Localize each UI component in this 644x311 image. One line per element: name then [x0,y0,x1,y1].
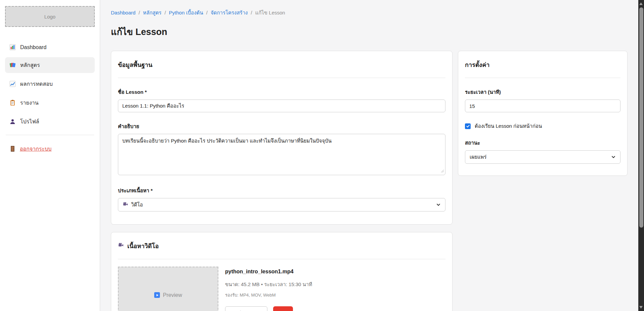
sidebar-item-test-results[interactable]: ผลการทดสอบ [5,76,95,92]
door-icon [9,146,16,152]
chart-increasing-icon [9,81,16,87]
scrollbar-thumb[interactable] [639,7,643,228]
chevron-down-icon [436,202,441,207]
video-content-title: เนื้อหาวิดีโอ [127,241,159,251]
sidebar-item-profile[interactable]: โปรไฟล์ [5,114,95,129]
video-supported-formats: รองรับ: MP4, MOV, WebM [225,291,312,299]
logout-label: ออกจากระบบ [20,145,51,153]
settings-card: การตั้งค่า ระยะเวลา (นาที) ต้องเรียน Les… [458,51,628,176]
breadcrumb-link-course[interactable]: Python เบื้องต้น [169,10,203,15]
chevron-down-icon [611,155,616,159]
breadcrumb-current: แก้ไข Lesson [255,10,285,15]
video-preview[interactable]: Preview [118,267,218,311]
books-icon [9,62,16,68]
sidebar-item-reports[interactable]: รายงาน [5,95,95,111]
duration-label: ระยะเวลา (นาที) [465,88,620,96]
video-meta: ขนาด: 45.2 MB • ระยะเวลา: 15:30 นาที [225,280,312,288]
video-content-card: เนื้อหาวิดีโอ Preview python_intro_lesso… [111,232,453,311]
breadcrumb-separator: / [138,10,140,15]
breadcrumb-separator: / [165,10,166,15]
status-label: สถานะ [465,139,620,147]
page-title: แก้ไข Lesson [111,25,628,39]
checkbox-checked-icon[interactable] [465,123,471,129]
status-select[interactable]: เผยแพร่ [465,150,620,164]
sidebar-item-label: ผลการทดสอบ [20,80,53,88]
scrollbar-up-arrow-icon[interactable] [639,2,643,5]
scrollbar-down-arrow-icon[interactable] [639,306,643,309]
breadcrumb-link-structure[interactable]: จัดการโครงสร้าง [211,10,248,15]
sidebar-divider [6,135,94,135]
sidebar: Logo Dashboard หลักสูตร ผลการทดสอบ รายงา… [0,0,100,311]
content-type-select[interactable]: วิดีโอ [118,198,445,211]
content-type-value: วิดีโอ [131,201,143,209]
sidebar-item-label: รายงาน [20,99,39,107]
logo-placeholder: Logo [5,6,95,27]
duration-input[interactable] [465,100,620,112]
vertical-scrollbar[interactable] [638,0,644,311]
main-content: Dashboard/หลักสูตร/Python เบื้องต้น/จัดก… [100,0,644,311]
basic-info-card: ข้อมูลพื้นฐาน ชื่อ Lesson * คำอธิบาย บทเ… [111,51,453,225]
lesson-name-label: ชื่อ Lesson * [118,88,445,96]
sidebar-item-label: หลักสูตร [20,61,40,69]
basic-info-title: ข้อมูลพื้นฐาน [118,60,153,70]
breadcrumb: Dashboard/หลักสูตร/Python เบื้องต้น/จัดก… [111,9,628,17]
clipboard-icon [9,100,16,106]
video-filename: python_intro_lesson1.mp4 [225,269,312,275]
play-icon [154,292,160,298]
lesson-name-input[interactable] [118,100,445,112]
person-icon [9,118,16,125]
breadcrumb-link-dashboard[interactable]: Dashboard [111,10,135,15]
settings-header: การตั้งค่า [465,58,620,78]
video-content-header: เนื้อหาวิดีโอ [118,239,445,259]
delete-video-button[interactable]: ลบ [273,306,293,311]
preview-label: Preview [163,292,182,298]
settings-title: การตั้งค่า [465,60,489,70]
description-textarea[interactable]: บทเรียนนี้จะอธิบายว่า Python คืออะไร ประ… [118,134,445,175]
prerequisite-label: ต้องเรียน Lesson ก่อนหน้าก่อน [475,122,542,130]
sidebar-item-label: Dashboard [20,44,46,50]
description-label: คำอธิบาย [118,122,445,130]
change-video-button[interactable]: เปลี่ยนวิดีโอ [225,306,267,311]
prerequisite-checkbox-row[interactable]: ต้องเรียน Lesson ก่อนหน้าก่อน [465,122,620,130]
breadcrumb-separator: / [251,10,252,15]
movie-camera-icon [123,201,128,208]
status-value: เผยแพร่ [470,153,486,161]
logout-link[interactable]: ออกจากระบบ [5,145,95,153]
sidebar-item-label: โปรไฟล์ [20,117,39,126]
bar-chart-icon [9,44,16,50]
movie-camera-icon [118,242,124,250]
content-type-label: ประเภทเนื้อหา * [118,187,445,195]
video-details: python_intro_lesson1.mp4 ขนาด: 45.2 MB •… [225,267,312,311]
resize-handle-icon[interactable] [441,168,444,174]
breadcrumb-separator: / [206,10,208,15]
basic-info-header: ข้อมูลพื้นฐาน [118,58,445,78]
breadcrumb-link-courses[interactable]: หลักสูตร [143,10,162,15]
sidebar-item-courses[interactable]: หลักสูตร [5,57,95,73]
sidebar-item-dashboard[interactable]: Dashboard [5,40,95,54]
logo-text: Logo [44,14,55,20]
